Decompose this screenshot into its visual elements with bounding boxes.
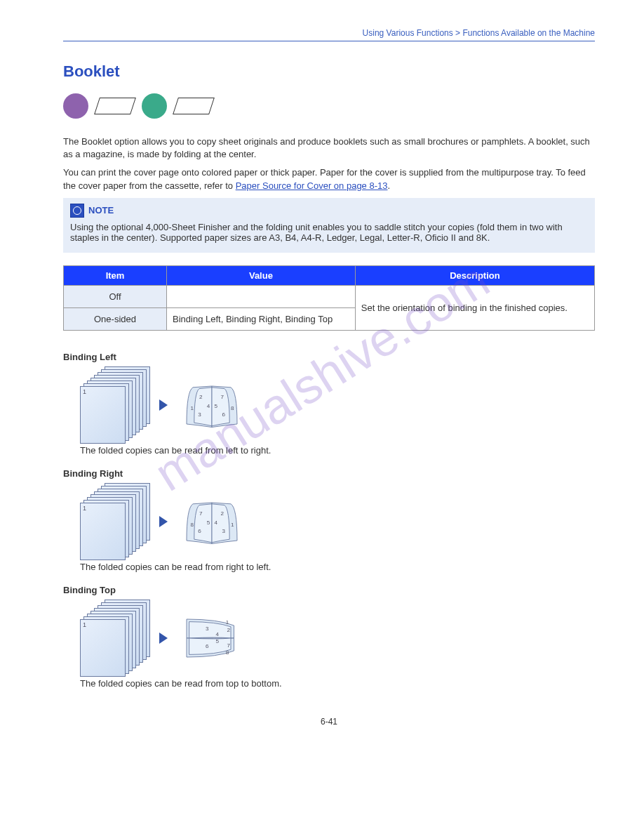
note-body: Using the optional 4,000-Sheet Finisher …	[70, 222, 588, 243]
svg-text:2: 2	[199, 394, 203, 400]
svg-text:1: 1	[226, 619, 229, 626]
mode-shape-2	[173, 98, 215, 114]
svg-text:8: 8	[190, 522, 194, 528]
arrow-icon	[159, 516, 168, 527]
row-onesided-value: Binding Left, Binding Right, Binding Top	[167, 307, 356, 330]
sheet-num: 1	[83, 621, 86, 628]
paper-source-link[interactable]: Paper Source for Cover on page 8-13	[236, 180, 388, 191]
binding-top-illustration: 8 7 6 5 4 3 2 1 1 2 3 4 5 6 7 8	[80, 600, 595, 677]
svg-text:4: 4	[215, 519, 218, 525]
th-description: Description	[355, 265, 594, 285]
svg-text:5: 5	[207, 519, 210, 525]
th-item: Item	[64, 265, 167, 285]
binding-left-illustration: 8 7 6 5 4 3 2 1 1 2 3 4 5 6 7 8	[80, 366, 595, 444]
svg-text:7: 7	[227, 642, 231, 648]
arrow-icon	[159, 399, 168, 411]
svg-text:3: 3	[222, 528, 225, 534]
intro-paragraph-1: The Booklet option allows you to copy sh…	[63, 135, 595, 161]
row-description: Set the orientation of binding in the fi…	[355, 285, 594, 330]
options-table: Item Value Description Off Set the orien…	[63, 265, 595, 331]
sheet-num: 1	[83, 388, 86, 395]
mode-circle-green	[142, 93, 167, 119]
sheet-stack-3: 8 7 6 5 4 3 2 1	[80, 600, 147, 677]
svg-text:5: 5	[215, 638, 219, 644]
binding-right-caption: The folded copies can be read from right…	[80, 562, 595, 572]
binding-top-caption: The folded copies can be read from top t…	[80, 678, 595, 689]
intro-paragraph-2: You can print the cover page onto colore…	[63, 166, 595, 192]
svg-text:3: 3	[206, 626, 209, 632]
mode-circle-purple	[63, 93, 88, 119]
section-title: Booklet	[63, 62, 595, 81]
svg-text:7: 7	[221, 394, 224, 400]
svg-text:1: 1	[231, 522, 234, 528]
binding-left-caption: The folded copies can be read from left …	[80, 445, 595, 456]
booklet-right: 8 7 6 5 4 3 2 1	[180, 495, 243, 548]
svg-text:6: 6	[222, 411, 225, 418]
svg-text:2: 2	[227, 627, 231, 633]
svg-text:4: 4	[215, 631, 219, 637]
mode-shape-1	[94, 98, 136, 114]
binding-right-head: Binding Right	[63, 468, 595, 479]
note-label: NOTE	[88, 205, 114, 216]
sheet-stack-2: 8 7 6 5 4 3 2 1	[80, 483, 147, 560]
svg-text:3: 3	[198, 411, 201, 418]
binding-left-head: Binding Left	[63, 352, 595, 362]
svg-text:4: 4	[207, 402, 210, 409]
booklet-top: 1 2 3 4 5 6 7 8	[180, 611, 243, 665]
th-value: Value	[167, 265, 356, 285]
sheet-num: 1	[83, 505, 86, 512]
sheet-stack-1: 8 7 6 5 4 3 2 1	[80, 366, 147, 444]
binding-top-head: Binding Top	[63, 585, 595, 595]
row-off-label: Off	[64, 285, 167, 307]
binding-right-illustration: 8 7 6 5 4 3 2 1 8 7 6 5 4 3 2 1	[80, 483, 595, 560]
intro-p2b: .	[388, 180, 391, 191]
svg-text:8: 8	[226, 649, 229, 656]
header-rule	[63, 41, 595, 41]
svg-text:7: 7	[199, 510, 203, 517]
svg-text:2: 2	[221, 510, 224, 517]
row-off-value	[167, 285, 356, 307]
page-number: 6-41	[63, 717, 595, 727]
svg-text:6: 6	[206, 643, 209, 649]
arrow-icon	[159, 633, 168, 644]
svg-text:8: 8	[231, 405, 234, 411]
svg-text:5: 5	[215, 402, 218, 409]
svg-text:6: 6	[198, 528, 201, 534]
mode-icon-row	[63, 93, 595, 119]
breadcrumb: Using Various Functions > Functions Avai…	[63, 28, 595, 38]
row-onesided-label: One-sided	[64, 307, 167, 330]
note-box: NOTE Using the optional 4,000-Sheet Fini…	[63, 198, 595, 253]
note-icon	[70, 204, 84, 218]
booklet-left: 1 2 3 4 5 6 7 8	[180, 378, 243, 432]
svg-text:1: 1	[190, 405, 194, 411]
